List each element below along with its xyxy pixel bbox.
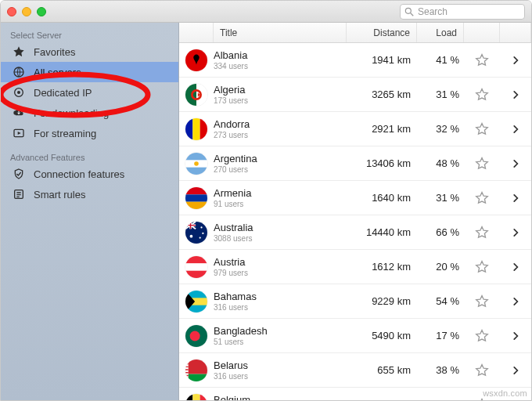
load-cell: 20 % xyxy=(417,261,464,273)
server-users: 316 users xyxy=(214,372,342,381)
distance-cell: 13406 km xyxy=(347,157,417,169)
zoom-icon[interactable] xyxy=(37,7,46,16)
window-controls xyxy=(7,7,46,16)
table-row[interactable]: Bahamas316 users9229 km54 % xyxy=(179,284,531,319)
distance-cell: 2256 km xyxy=(347,399,417,400)
favorite-button[interactable] xyxy=(464,52,500,68)
svg-rect-9 xyxy=(185,84,207,106)
disclosure-button[interactable] xyxy=(500,399,531,401)
disclosure-button[interactable] xyxy=(500,262,531,273)
table-row[interactable]: Albania334 users1941 km41 % xyxy=(179,43,531,78)
favorite-button[interactable] xyxy=(464,328,500,344)
favorite-button[interactable] xyxy=(464,363,500,378)
sidebar-item-smart-rules[interactable]: Smart rules xyxy=(1,184,178,204)
disclosure-button[interactable] xyxy=(500,331,531,341)
sidebar-group-label: Advanced Features xyxy=(1,150,178,164)
disclosure-button[interactable] xyxy=(500,296,531,307)
svg-line-1 xyxy=(411,13,414,16)
disclosure-button[interactable] xyxy=(500,193,531,204)
sidebar-group-label: Select Server xyxy=(1,27,178,42)
flag-cell xyxy=(179,359,214,382)
search-wrap xyxy=(400,4,525,20)
flag-icon xyxy=(185,359,208,382)
table-row[interactable]: Andorra273 users2921 km32 % xyxy=(179,112,531,146)
sidebar-item-label: Dedicated IP xyxy=(34,87,92,99)
title-cell: Bahamas316 users xyxy=(214,291,347,312)
sidebar-item-dedicated-ip[interactable]: Dedicated IP xyxy=(1,82,178,103)
table-row[interactable]: Australia3088 users14440 km66 % xyxy=(179,215,531,250)
title-cell: Australia3088 users xyxy=(214,222,347,244)
favorite-button[interactable] xyxy=(464,225,500,240)
favorite-button[interactable] xyxy=(464,294,500,309)
play-icon xyxy=(12,126,26,140)
distance-cell: 9229 km xyxy=(347,295,417,307)
svg-rect-15 xyxy=(185,291,207,312)
load-cell: 41 % xyxy=(417,399,464,400)
col-arrow xyxy=(500,23,531,42)
server-users: 334 users xyxy=(214,62,342,71)
watermark: wsxdn.com xyxy=(483,388,527,398)
svg-rect-16 xyxy=(185,325,207,347)
search-icon xyxy=(404,6,415,17)
table-row[interactable]: Belgium1379 users2256 km41 % xyxy=(179,388,531,400)
sidebar-item-connection-features[interactable]: Connection features xyxy=(1,164,178,184)
disclosure-button[interactable] xyxy=(500,158,531,169)
table-row[interactable]: Belarus316 users655 km38 % xyxy=(179,353,531,388)
server-users: 3088 users xyxy=(214,234,342,244)
minimize-icon[interactable] xyxy=(22,7,31,16)
disclosure-button[interactable] xyxy=(500,227,531,238)
table-row[interactable]: Algeria173 users3265 km31 % xyxy=(179,78,531,112)
close-icon[interactable] xyxy=(7,7,16,16)
favorite-button[interactable] xyxy=(464,156,500,172)
disclosure-button[interactable] xyxy=(500,124,531,135)
flag-cell xyxy=(179,290,214,313)
load-cell: 66 % xyxy=(417,226,464,238)
favorite-button[interactable] xyxy=(464,259,500,275)
title-cell: Algeria173 users xyxy=(214,84,347,106)
disclosure-button[interactable] xyxy=(500,89,531,100)
badge-icon xyxy=(12,85,26,99)
flag-cell xyxy=(179,152,214,175)
disclosure-button[interactable] xyxy=(500,55,531,66)
table-row[interactable]: Argentina270 users13406 km48 % xyxy=(179,146,531,181)
table-row[interactable]: Austria979 users1612 km20 % xyxy=(179,250,531,284)
sidebar-item-favorites[interactable]: Favorites xyxy=(1,42,178,62)
search-input[interactable] xyxy=(400,4,525,20)
col-flag[interactable] xyxy=(179,23,214,42)
body: Select Server Favorites All servers Dedi… xyxy=(1,23,531,400)
col-title[interactable]: Title xyxy=(214,23,347,42)
favorite-button[interactable] xyxy=(464,87,500,103)
main: Title Distance Load Albania334 users1941… xyxy=(179,23,531,400)
flag-icon xyxy=(185,83,208,107)
load-cell: 41 % xyxy=(417,54,464,66)
title-cell: Belgium1379 users xyxy=(214,394,347,401)
distance-cell: 1640 km xyxy=(347,192,417,204)
load-cell: 54 % xyxy=(417,295,464,307)
table-header: Title Distance Load xyxy=(179,23,531,43)
col-load[interactable]: Load xyxy=(417,23,464,42)
cloud-download-icon xyxy=(12,106,26,120)
app-window: Select Server Favorites All servers Dedi… xyxy=(0,0,532,401)
server-users: 51 users xyxy=(214,338,342,347)
sidebar-item-downloading[interactable]: For downloading xyxy=(1,103,178,123)
server-list[interactable]: Albania334 users1941 km41 %Algeria173 us… xyxy=(179,43,531,400)
title-cell: Armenia91 users xyxy=(214,187,347,209)
distance-cell: 655 km xyxy=(347,364,417,376)
flag-icon xyxy=(185,393,208,401)
flag-cell xyxy=(179,393,214,401)
table-row[interactable]: Bangladesh51 users5490 km17 % xyxy=(179,319,531,353)
title-cell: Belarus316 users xyxy=(214,359,347,381)
server-name: Austria xyxy=(214,256,342,269)
col-distance[interactable]: Distance xyxy=(347,23,417,42)
shield-icon xyxy=(12,167,26,181)
table-row[interactable]: Armenia91 users1640 km31 % xyxy=(179,181,531,215)
sidebar-item-all-servers[interactable]: All servers xyxy=(1,62,178,82)
favorite-button[interactable] xyxy=(464,121,500,137)
flag-cell xyxy=(179,255,214,279)
svg-rect-14 xyxy=(185,256,207,278)
flag-cell xyxy=(179,186,214,210)
disclosure-button[interactable] xyxy=(500,365,531,376)
sidebar-item-label: For streaming xyxy=(34,128,96,139)
sidebar-item-streaming[interactable]: For streaming xyxy=(1,123,178,143)
favorite-button[interactable] xyxy=(464,190,500,206)
